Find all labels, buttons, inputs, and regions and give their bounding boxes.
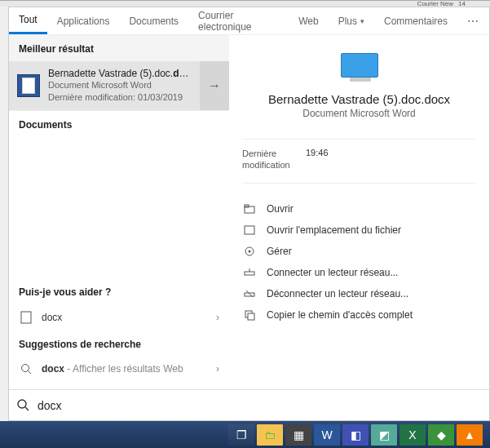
best-result-type: Document Microsoft Word: [48, 79, 193, 91]
taskbar: ❐ 🗀 ▦ W ◧ ◩ X ◆ ▲: [0, 421, 490, 448]
feedback-link[interactable]: Commentaires: [374, 16, 457, 27]
app-toolbar-remnant: Courier New 14: [0, 0, 490, 7]
search-input[interactable]: [38, 399, 481, 412]
tab-applications[interactable]: Applications: [47, 7, 120, 34]
taskbar-app-2[interactable]: ◩: [371, 424, 397, 446]
search-tabs: Tout Applications Documents Courrier ele…: [9, 7, 489, 35]
search-icon: [17, 399, 29, 411]
computer-icon: [341, 53, 378, 78]
taskbar-app-3[interactable]: ◆: [428, 424, 454, 446]
taskbar-word[interactable]: W: [314, 424, 340, 446]
action-manage[interactable]: Gérer: [242, 241, 476, 262]
taskbar-taskview[interactable]: ❐: [228, 424, 254, 446]
svg-rect-5: [245, 226, 254, 234]
svg-point-7: [249, 250, 251, 252]
tab-more[interactable]: Plus▾: [329, 7, 374, 34]
best-result-header: Meilleur résultat: [9, 35, 229, 61]
taskbar-app-1[interactable]: ◧: [342, 424, 369, 446]
taskbar-vlc[interactable]: ▲: [457, 424, 483, 446]
svg-point-1: [22, 365, 29, 372]
action-map-drive[interactable]: Connecter un lecteur réseau...: [242, 262, 476, 283]
preview-type: Document Microsoft Word: [302, 108, 416, 119]
suggestions-header: Suggestions de recherche: [9, 330, 229, 357]
assist-item-docx[interactable]: docx ›: [9, 304, 229, 330]
taskbar-calculator[interactable]: ▦: [285, 424, 311, 446]
svg-rect-0: [21, 312, 31, 323]
action-open[interactable]: Ouvrir: [242, 198, 476, 220]
assist-header: Puis-je vous aider ?: [9, 278, 229, 304]
action-copy-path[interactable]: Copier le chemin d'accès complet: [242, 304, 476, 326]
taskbar-excel[interactable]: X: [400, 424, 426, 446]
search-input-bar: [9, 389, 489, 420]
documents-header: Documents: [9, 111, 229, 137]
preview-pane: Bernadette Vastrade (5).doc.docx Documen…: [229, 35, 489, 389]
search-icon: [19, 363, 33, 375]
preview-meta-modified: Dernière modification 19:46: [242, 148, 476, 171]
best-result-title: Bernadette Vastrade (5).doc.docx: [48, 68, 193, 79]
svg-rect-8: [245, 272, 254, 275]
preview-title: Bernadette Vastrade (5).doc.docx: [268, 92, 450, 106]
document-icon: [19, 311, 33, 324]
tab-all[interactable]: Tout: [9, 7, 47, 34]
best-result-modified: Dernière modification: 01/03/2019: [48, 91, 193, 104]
expand-preview-button[interactable]: →: [200, 61, 229, 110]
network-drive-disconnect-icon: [242, 289, 257, 299]
svg-line-15: [25, 407, 29, 410]
svg-point-14: [18, 400, 26, 408]
copy-icon: [242, 309, 257, 321]
chevron-right-icon: ›: [216, 312, 219, 323]
web-suggestion-docx[interactable]: docx - Afficher les résultats Web ›: [9, 357, 229, 381]
chevron-right-icon: ›: [216, 363, 219, 375]
network-drive-icon: [242, 268, 257, 277]
open-icon: [242, 204, 257, 214]
windows-search-panel: Tout Applications Documents Courrier ele…: [8, 7, 490, 421]
tab-web[interactable]: Web: [289, 7, 328, 34]
tab-email[interactable]: Courrier electronique: [188, 7, 289, 34]
more-options-button[interactable]: ⋯: [457, 15, 489, 28]
best-result-item[interactable]: Bernadette Vastrade (5).doc.docx Documen…: [9, 61, 229, 110]
chevron-down-icon: ▾: [360, 17, 364, 25]
svg-line-2: [29, 371, 32, 375]
action-unmap-drive[interactable]: Déconnecter un lecteur réseau...: [242, 283, 476, 304]
svg-rect-13: [248, 313, 254, 320]
tab-documents[interactable]: Documents: [119, 7, 188, 34]
action-open-location[interactable]: Ouvrir l'emplacement du fichier: [242, 220, 476, 241]
results-column: Meilleur résultat Bernadette Vastrade (5…: [9, 35, 229, 389]
folder-icon: [242, 225, 257, 235]
word-file-icon: [17, 74, 40, 97]
gear-icon: [242, 246, 257, 257]
taskbar-explorer[interactable]: 🗀: [257, 424, 283, 446]
